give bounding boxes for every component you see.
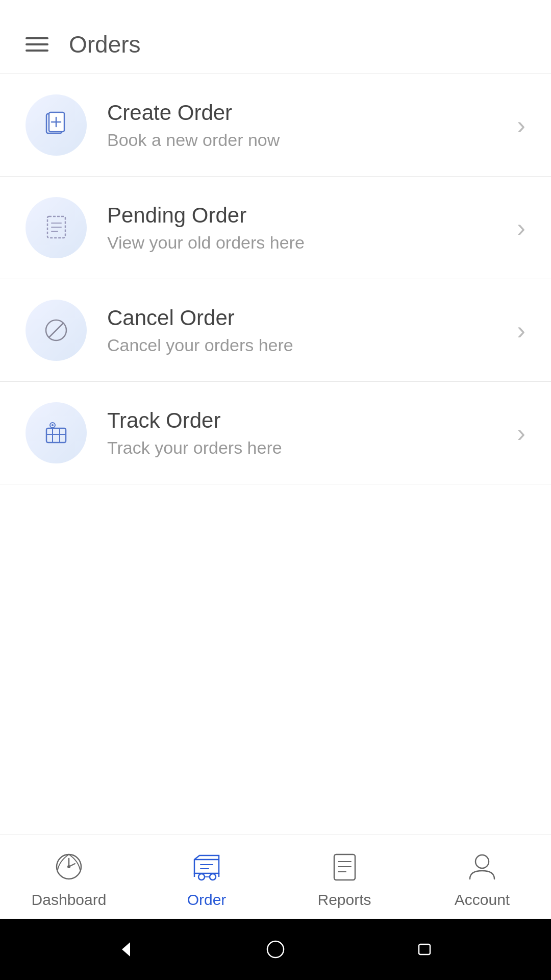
create-order-text: Create Order Book a new order now	[107, 101, 507, 150]
reports-icon	[328, 850, 361, 884]
back-button[interactable]	[111, 934, 141, 965]
svg-point-30	[475, 855, 489, 868]
pending-order-title: Pending Order	[107, 203, 507, 228]
reports-nav-label: Reports	[317, 891, 371, 909]
create-order-chevron: ›	[517, 110, 525, 140]
cancel-order-title: Cancel Order	[107, 306, 507, 330]
track-order-chevron: ›	[517, 418, 525, 448]
cancel-order-icon	[42, 316, 70, 345]
track-order-text: Track Order Track your orders here	[107, 408, 507, 458]
create-order-subtitle: Book a new order now	[107, 130, 507, 150]
svg-point-20	[210, 874, 216, 880]
order-nav-label: Order	[187, 891, 227, 909]
track-order-title: Track Order	[107, 408, 507, 433]
account-nav-label: Account	[455, 891, 510, 909]
dashboard-icon	[53, 850, 86, 884]
track-order-item[interactable]: Track Order Track your orders here ›	[0, 382, 551, 484]
create-order-icon	[42, 111, 70, 139]
nav-item-order[interactable]: Order	[138, 850, 276, 909]
order-icon	[190, 850, 223, 884]
recents-button[interactable]	[410, 934, 440, 965]
pending-order-item[interactable]: Pending Order View your old orders here …	[0, 177, 551, 279]
create-order-item[interactable]: Create Order Book a new order now ›	[0, 74, 551, 177]
pending-order-icon-circle	[26, 197, 87, 258]
pending-order-chevron: ›	[517, 213, 525, 242]
nav-item-account[interactable]: Account	[413, 850, 551, 909]
home-button[interactable]	[260, 934, 291, 965]
bottom-navigation: Dashboard Order Reports	[0, 835, 551, 919]
create-order-icon-circle	[26, 94, 87, 156]
cancel-order-item[interactable]: Cancel Order Cancel your orders here ›	[0, 279, 551, 382]
svg-marker-31	[122, 942, 130, 957]
svg-point-19	[198, 874, 205, 880]
cancel-order-icon-circle	[26, 300, 87, 361]
account-icon	[466, 850, 499, 884]
header: Orders	[0, 0, 551, 74]
menu-list: Create Order Book a new order now › Pend…	[0, 74, 551, 484]
svg-point-17	[67, 865, 70, 868]
track-order-icon-circle	[26, 402, 87, 463]
track-order-icon	[42, 419, 70, 447]
content-spacer	[0, 484, 551, 835]
nav-item-reports[interactable]: Reports	[276, 850, 413, 909]
pending-order-icon	[42, 214, 70, 242]
create-order-title: Create Order	[107, 101, 507, 125]
page-title: Orders	[69, 31, 141, 58]
android-nav-bar	[0, 919, 551, 980]
pending-order-subtitle: View your old orders here	[107, 233, 507, 253]
menu-button[interactable]	[26, 37, 48, 52]
svg-rect-33	[419, 944, 430, 954]
svg-line-9	[49, 323, 63, 337]
dashboard-nav-label: Dashboard	[32, 891, 107, 909]
cancel-order-subtitle: Cancel your orders here	[107, 335, 507, 355]
svg-rect-10	[46, 428, 66, 443]
svg-point-32	[267, 941, 284, 958]
cancel-order-text: Cancel Order Cancel your orders here	[107, 306, 507, 355]
nav-item-dashboard[interactable]: Dashboard	[0, 850, 138, 909]
svg-point-15	[52, 424, 54, 426]
cancel-order-chevron: ›	[517, 315, 525, 345]
track-order-subtitle: Track your orders here	[107, 438, 507, 458]
pending-order-text: Pending Order View your old orders here	[107, 203, 507, 253]
